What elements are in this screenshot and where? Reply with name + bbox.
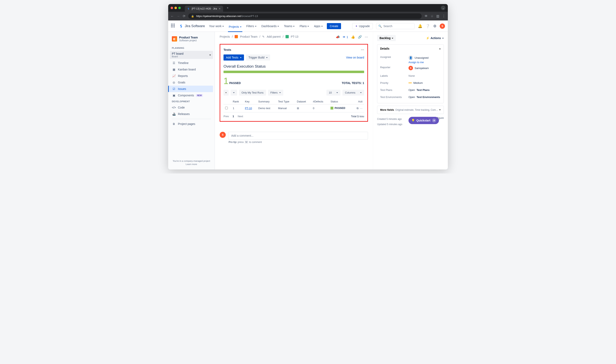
back-button[interactable]: ← (171, 14, 174, 18)
quickstart-close-icon[interactable]: ✕ (432, 118, 436, 122)
learn-more-link[interactable]: Learn more (172, 163, 211, 165)
assign-to-me-link[interactable]: Assign to me (409, 61, 441, 64)
sidebar-kanban[interactable]: ▦Kanban board (170, 66, 213, 73)
only-my-runs-button[interactable]: Only My Test Runs (239, 90, 266, 96)
share-icon[interactable]: 🔗 (358, 35, 362, 39)
create-button[interactable]: Create (327, 23, 341, 29)
nav-projects[interactable]: Projects (228, 24, 242, 32)
sidebar-reports[interactable]: 📈Reports (170, 73, 213, 79)
trigger-build-button[interactable]: Trigger Build (246, 54, 270, 61)
add-tests-button[interactable]: Add Tests (223, 54, 244, 61)
maximize-window-button[interactable] (178, 7, 181, 9)
col-rank[interactable]: Rank (231, 99, 243, 104)
quickstart-button[interactable]: 💡 Quickstart ✕ (409, 117, 439, 124)
col-summary[interactable]: Summary (257, 99, 277, 104)
columns-dropdown[interactable]: Columns (342, 90, 364, 96)
view-on-board-link[interactable]: View on board (346, 56, 364, 59)
col-actions[interactable]: Acti (352, 99, 364, 104)
select-all-checkbox[interactable]: ▪ (223, 90, 229, 96)
close-tab-icon[interactable]: ✕ (219, 7, 221, 10)
more-actions-icon[interactable]: ⋯ (365, 35, 368, 39)
bc-issue-key[interactable]: PT-13 (291, 35, 298, 38)
upgrade-button[interactable]: ✦Upgrade (352, 23, 373, 29)
feedback-icon[interactable]: 📣 (336, 35, 340, 39)
sidebar-project-pages[interactable]: 🗎Project pages (170, 121, 213, 127)
details-card: Details Assignee 👤Unassigned Assign to m… (377, 44, 444, 103)
bc-add-parent[interactable]: Add parent (267, 35, 281, 38)
pager-prev[interactable]: Prev (223, 115, 229, 118)
site-info-icon[interactable]: 🔒 (191, 15, 194, 18)
filters-button[interactable]: Filters (268, 90, 283, 96)
minimize-window-button[interactable] (175, 7, 177, 9)
help-icon[interactable]: ❔ (425, 24, 430, 28)
project-sidebar: ◧ Product Team Software project PLANNING… (168, 32, 215, 169)
select-dropdown[interactable] (231, 90, 237, 96)
reporter-value[interactable]: SSamqateam (409, 66, 441, 70)
pager-next[interactable]: Next (238, 115, 243, 118)
vote-icon[interactable]: 👍 (351, 35, 355, 39)
nav-teams[interactable]: Teams (283, 23, 295, 29)
settings-icon[interactable]: ⚙ (433, 24, 437, 28)
cell-dataset[interactable]: ⊞ (295, 104, 311, 112)
search-input[interactable]: 🔍 Search (376, 23, 415, 29)
project-header[interactable]: ◧ Product Team Software project (170, 36, 213, 45)
project-type: Software project (179, 39, 198, 42)
col-dataset[interactable]: Dataset (295, 99, 311, 104)
tab-list-button[interactable]: ⌄ (441, 6, 445, 10)
comment-input[interactable]: Add a comment... (228, 132, 368, 140)
nav-your-work[interactable]: Your work (208, 23, 225, 29)
actions-dropdown[interactable]: ⚡Actions (426, 35, 444, 41)
browser-toolbar: ← → ⟳ 🔒 https://qateamtestingxray.atlass… (168, 12, 448, 20)
address-bar[interactable]: 🔒 https://qateamtestingxray.atlassian.ne… (188, 13, 422, 19)
board-selector[interactable]: PT board Board (170, 51, 213, 59)
col-type[interactable]: Test Type (276, 99, 295, 104)
more-fields-card[interactable]: More fields Original estimate, Time trac… (377, 106, 444, 114)
jira-logo[interactable]: Jira Software (179, 24, 205, 28)
close-window-button[interactable] (171, 7, 173, 9)
nav-plans[interactable]: Plans (299, 23, 310, 29)
status-dropdown[interactable]: Backlog (377, 35, 396, 41)
row-expand-icon[interactable]: ⧉ (357, 107, 358, 110)
browser-tab[interactable]: [PT-13] ts22 #426 - Jira ✕ (185, 6, 223, 12)
sidebar-issues[interactable]: ☑Issues (168, 86, 213, 92)
jira-logo-icon (179, 24, 184, 28)
nav-apps[interactable]: Apps (313, 23, 324, 29)
test-key-link[interactable]: PT-10 (245, 107, 252, 110)
test-plans-value[interactable]: Open Test Plans (409, 89, 441, 91)
test-env-value[interactable]: Open Test Environments (409, 96, 441, 99)
user-avatar[interactable]: S (440, 24, 445, 29)
row-checkbox[interactable] (225, 107, 228, 109)
sidebar-components[interactable]: ▣ComponentsNEW (170, 92, 213, 99)
assignee-value[interactable]: 👤Unassigned (409, 55, 441, 60)
new-tab-button[interactable]: + (225, 6, 231, 11)
reload-button[interactable]: ⟳ (183, 14, 185, 18)
bc-projects[interactable]: Projects (220, 35, 230, 38)
watch-button[interactable]: 👁1 (343, 35, 348, 39)
sidebar-goals[interactable]: ◎Goals (170, 79, 213, 86)
bookmark-icon[interactable]: ☆ (431, 14, 433, 18)
profile-icon[interactable]: ⋮ (442, 14, 445, 18)
sidebar-code[interactable]: </>Code (170, 104, 213, 111)
hide-extension-icon[interactable]: 👁 (424, 14, 428, 18)
app-switcher-icon[interactable] (171, 24, 176, 28)
tests-panel-menu-icon[interactable]: ⋯ (361, 48, 364, 52)
col-defects[interactable]: #Defects (311, 99, 329, 104)
forward-button[interactable]: → (177, 14, 180, 18)
col-key[interactable]: Key (243, 99, 257, 104)
sidebar-releases[interactable]: 🚢Releases (170, 111, 213, 117)
notifications-icon[interactable]: 🔔 (418, 24, 422, 28)
sidebar-timeline[interactable]: ☰Timeline (170, 60, 213, 66)
priority-value[interactable]: Medium (409, 81, 441, 84)
priority-label: Priority (380, 81, 409, 84)
pager-current[interactable]: 1 (233, 115, 234, 118)
nav-dashboards[interactable]: Dashboards (260, 23, 280, 29)
test-row[interactable]: 1 PT-10 Demo test Manual ⊞ 0 PASSED ⧉ ⋯ (223, 104, 364, 112)
page-size-dropdown[interactable]: 10 (327, 90, 341, 96)
labels-value[interactable]: None (409, 74, 441, 77)
row-more-icon[interactable]: ⋯ (360, 107, 363, 110)
bc-project-link[interactable]: Product Team (240, 35, 257, 38)
details-card-header[interactable]: Details (377, 45, 444, 53)
col-status[interactable]: Status (329, 99, 352, 104)
panel-icon[interactable]: ▥ (436, 14, 439, 18)
nav-filters[interactable]: Filters (246, 23, 257, 29)
